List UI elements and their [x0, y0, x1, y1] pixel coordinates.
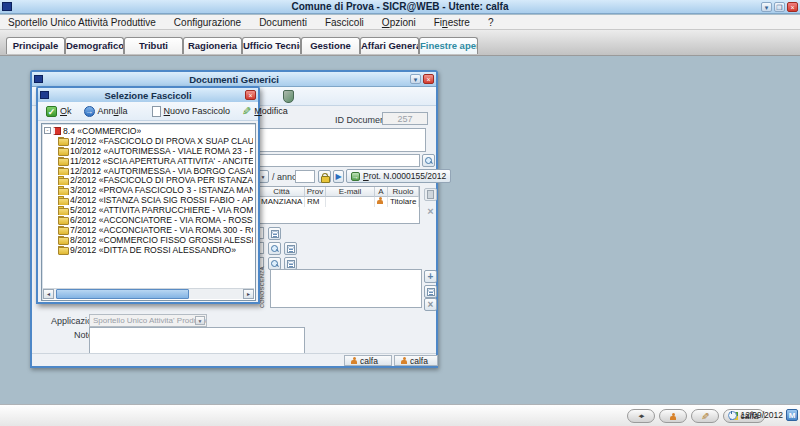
folder-icon [58, 196, 68, 204]
menu-item[interactable]: Opzioni [382, 17, 416, 28]
search-button[interactable] [422, 154, 435, 167]
cell-prov: RM [305, 197, 326, 207]
tree-item[interactable]: 2/2012 «FASCICOLO DI PROVA PER ISTANZA M… [44, 175, 253, 185]
annulla-button[interactable]: → Annulla [80, 104, 132, 119]
tab-gestione[interactable]: Gestione [301, 37, 360, 54]
conoscenza-list-button[interactable] [424, 285, 437, 298]
person-icon [401, 357, 407, 364]
nuovo-fascicolo-button[interactable]: Nuovo Fascicolo [148, 104, 235, 119]
person-icon [351, 357, 357, 364]
messages-badge[interactable]: M [786, 409, 798, 421]
col-citta[interactable]: Città [259, 187, 305, 197]
tab-tributi[interactable]: Tributi [124, 37, 183, 54]
shield-icon[interactable] [283, 90, 294, 103]
tab-principale[interactable]: Principale [6, 37, 65, 54]
conoscenza-textarea[interactable] [270, 269, 422, 308]
pencil-icon: ✎ [701, 411, 709, 422]
play-icon: ▶ [335, 173, 341, 181]
lock-button[interactable] [318, 170, 331, 183]
minimize-icon[interactable]: ▾ [761, 2, 772, 12]
new-document-icon [152, 106, 161, 117]
tree-item[interactable]: 6/2012 «ACCONCIATORE - VIA ROMA - ROSSI … [44, 215, 253, 225]
row2-list-button[interactable] [284, 242, 297, 255]
conoscenza-add-button[interactable]: + [424, 270, 437, 283]
switch-button[interactable]: ◂▸ [627, 409, 655, 423]
tree-item[interactable]: 10/2012 «AUTORIMESSA - VIALE ROMA 23 - P… [44, 146, 253, 156]
modifica-button[interactable]: ✎ Modifica [238, 104, 292, 119]
row1-list-button[interactable] [268, 227, 281, 240]
scrollbar-thumb[interactable] [56, 289, 189, 299]
menu-item[interactable]: Configurazione [174, 17, 241, 28]
dialog-titlebar[interactable]: Selezione Fascicoli × [38, 88, 258, 103]
tree-item[interactable]: 7/2012 «ACCONCIATORE - VIA ROMA 300 - RO… [44, 225, 253, 235]
table-add-document-button[interactable] [424, 188, 437, 201]
restore-icon[interactable]: ❐ [774, 2, 785, 12]
table-row[interactable]: MANZIANA RM Titolare [259, 197, 419, 207]
tree-item[interactable]: 12/2012 «AUTORIMESSA - VIA BORGO CASALE … [44, 166, 253, 176]
cell-citta: MANZIANA [259, 197, 305, 207]
dialog-title: Selezione Fascicoli [38, 90, 258, 101]
tree-item[interactable]: 9/2012 «DITTA DE ROSSI ALESSANDRO» [44, 245, 253, 255]
page-icon [427, 190, 434, 199]
search-icon [425, 157, 432, 164]
menu-item[interactable]: Documenti [259, 17, 307, 28]
list-icon [287, 245, 295, 253]
menu-bar: Sportello Unico Attività ProduttiveConfi… [0, 15, 800, 30]
table-delete-button[interactable]: × [424, 204, 437, 217]
col-a[interactable]: A [375, 187, 388, 197]
tree-item[interactable]: 1/2012 «FASCICOLO DI PROVA X SUAP CLAUDI… [44, 136, 253, 146]
cell-email [326, 197, 375, 207]
col-prov[interactable]: Prov [305, 187, 326, 197]
menu-item[interactable]: Finestre [434, 17, 470, 28]
doc-close-icon[interactable]: × [423, 74, 434, 84]
cell-a [375, 197, 388, 207]
session-button[interactable] [659, 409, 687, 423]
ok-button[interactable]: ✓ Ok [42, 104, 76, 119]
tree-item[interactable]: 8/2012 «COMMERCIO FISSO GROSSI ALESSIO» [44, 235, 253, 245]
fascicoli-tree[interactable]: - 8.4 «COMMERCIO» 1/2012 «FASCICOLO DI P… [41, 123, 256, 301]
collapse-icon[interactable]: - [44, 127, 51, 134]
scroll-right-icon[interactable]: ▸ [243, 289, 254, 299]
dialog-toolbar: ✓ Ok → Annulla Nuovo Fascicolo ✎ Modific… [38, 102, 258, 121]
chevron-down-icon: ▼ [195, 316, 205, 325]
user-button-2[interactable]: calfa [394, 355, 438, 366]
window-controls: ▾ ❐ × [761, 2, 798, 12]
conoscenza-delete-button[interactable]: × [424, 298, 437, 311]
col-email[interactable]: E-mail [326, 187, 375, 197]
menu-item[interactable]: ? [488, 17, 494, 28]
horizontal-scrollbar[interactable]: ◂ ▸ [43, 288, 254, 299]
tab-finestre-aperte[interactable]: Finestre aperte [419, 37, 478, 54]
tree-item[interactable]: 4/2012 «ISTANZA SCIA SIG ROSSI FABIO - A… [44, 195, 253, 205]
pencil-icon: ✎ [242, 106, 251, 117]
close-icon[interactable]: × [787, 2, 798, 12]
soggetti-table[interactable]: Città Prov E-mail A Ruolo MANZIANA RM Ti… [258, 186, 420, 224]
scroll-left-icon[interactable]: ◂ [43, 289, 54, 299]
anno-field[interactable] [295, 170, 315, 183]
id-documento-field: 257 [382, 112, 428, 125]
taskbar: ◂▸ ✎ calfa 12/09/2012 M [0, 404, 800, 426]
row2-search-button[interactable] [268, 242, 281, 255]
menu-item[interactable]: Fascicoli [325, 17, 364, 28]
protocollo-button[interactable]: → Prot. N.0000155/2012 [346, 169, 451, 183]
tab-affari-generali[interactable]: Affari Generali [360, 37, 419, 54]
doc-minimize-icon[interactable]: ▾ [410, 74, 421, 84]
folder-icon [58, 157, 68, 165]
table-header-row: Città Prov E-mail A Ruolo [259, 187, 419, 197]
user-button-1[interactable]: calfa [344, 355, 392, 366]
selezione-fascicoli-dialog: Selezione Fascicoli × ✓ Ok → Annulla Nuo… [36, 86, 260, 304]
tree-item[interactable]: 3/2012 «PROVA FASCICOLO 3 - ISTANZA MANU… [44, 185, 253, 195]
tab-ragioneria[interactable]: Ragioneria [183, 37, 242, 54]
search-icon [271, 260, 278, 267]
list-icon [271, 230, 279, 238]
col-ruolo[interactable]: Ruolo [388, 187, 419, 197]
tab-demografico[interactable]: Demografico [65, 37, 124, 54]
next-button[interactable]: ▶ [333, 170, 344, 183]
tree-item[interactable]: 5/2012 «ATTIVITA PARRUCCHIERE - VIA ROMA… [44, 205, 253, 215]
menu-item[interactable]: Sportello Unico Attività Produttive [8, 17, 156, 28]
dialog-close-icon[interactable]: × [245, 90, 256, 100]
tree-root-item[interactable]: - 8.4 «COMMERCIO» [44, 126, 253, 136]
doc-window-titlebar[interactable]: Documenti Generici ▾ × [32, 72, 436, 87]
tree-item[interactable]: 11/2012 «SCIA APERTURA ATTIVITA' - ANCIT… [44, 156, 253, 166]
tab-ufficio-tecnico[interactable]: Ufficio Tecnico [242, 37, 301, 54]
edit-button[interactable]: ✎ [691, 409, 719, 423]
